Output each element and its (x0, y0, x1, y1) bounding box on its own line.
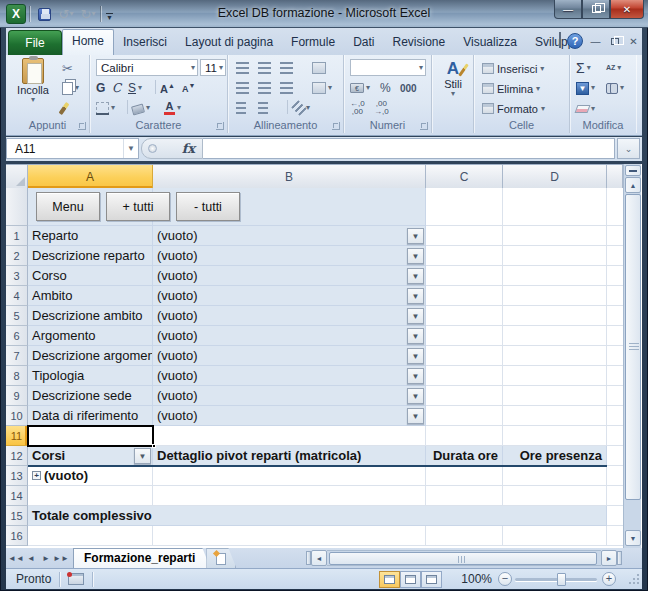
row-header[interactable]: 16 (6, 526, 28, 546)
tab-visualizza[interactable]: Visualizza (454, 30, 526, 55)
scroll-left-button[interactable]: ◄ (311, 550, 327, 566)
normal-view-button[interactable] (379, 571, 400, 588)
title-bar[interactable]: Excel DB formazione - Microsoft Excel X … (0, 0, 648, 28)
close-window-button[interactable]: ✕ (627, 35, 640, 47)
cell[interactable] (426, 326, 503, 346)
cell[interactable] (426, 286, 503, 306)
first-sheet-button[interactable]: ◄◄ (9, 551, 23, 566)
tab-formule[interactable]: Formule (282, 30, 344, 55)
cell[interactable] (607, 326, 623, 346)
field-name-cell[interactable]: Corso (28, 266, 153, 286)
undo-button[interactable]: ↺▾ (57, 5, 75, 23)
filter-dropdown-button[interactable]: ▼ (407, 288, 424, 304)
field-value-cell[interactable]: (vuoto) (153, 306, 426, 326)
dialog-launcher-icon[interactable] (332, 122, 340, 130)
cell[interactable] (607, 466, 623, 486)
column-header-b[interactable]: B (153, 165, 426, 188)
field-name-cell[interactable]: Descrizione sede (28, 386, 153, 406)
decrease-font-button[interactable]: A▼ (182, 79, 195, 97)
scroll-down-button[interactable]: ▼ (625, 530, 641, 546)
increase-indent-button[interactable] (258, 99, 268, 117)
minimize-window-button[interactable]: — (589, 35, 602, 47)
zoom-slider-thumb[interactable] (557, 573, 566, 586)
increase-font-button[interactable]: A▲ (160, 79, 175, 97)
cell[interactable] (426, 306, 503, 326)
cell[interactable] (503, 188, 607, 226)
cell[interactable] (426, 486, 503, 506)
cell[interactable] (503, 346, 607, 366)
filter-dropdown-button[interactable]: ▼ (407, 328, 424, 344)
align-middle-button[interactable] (258, 59, 271, 77)
cell[interactable] (503, 326, 607, 346)
field-name-cell[interactable]: Data di riferimento (28, 406, 153, 426)
cut-button[interactable]: ✂ (62, 59, 73, 77)
align-right-button[interactable] (280, 79, 293, 97)
insert-sheet-button[interactable] (206, 548, 236, 568)
zoom-out-button[interactable]: − (498, 572, 512, 586)
column-header-partial[interactable] (607, 165, 623, 188)
fill-color-button[interactable]: ▾ (132, 99, 150, 117)
row-header[interactable]: 7 (6, 346, 28, 366)
row-header[interactable]: 14 (6, 486, 28, 506)
row-header[interactable]: 10 (6, 406, 28, 426)
delete-cells-button[interactable]: Elimina▾ (482, 80, 540, 97)
cell[interactable] (28, 486, 153, 506)
tab-home[interactable]: Home (62, 29, 114, 55)
row-header[interactable]: 4 (6, 286, 28, 306)
row-header[interactable] (6, 188, 28, 226)
filter-dropdown-button[interactable]: ▼ (407, 248, 424, 264)
column-header-d[interactable]: D (503, 165, 607, 188)
filter-dropdown-button[interactable]: ▼ (407, 408, 424, 424)
row-header[interactable]: 15 (6, 506, 28, 526)
column-header-a[interactable]: A (28, 165, 153, 188)
zoom-slider-track[interactable] (515, 578, 597, 581)
autosum-button[interactable]: Σ▾ (576, 59, 591, 77)
percent-format-button[interactable]: % (380, 79, 391, 97)
next-sheet-button[interactable]: ► (39, 551, 53, 566)
decrease-indent-button[interactable] (236, 99, 246, 117)
styles-button[interactable]: A Stili ▾ (435, 59, 471, 121)
cell[interactable] (503, 266, 607, 286)
paste-button[interactable]: Incolla ▾ (10, 57, 56, 117)
tab-file[interactable]: File (8, 30, 62, 55)
merge-center-button[interactable]: ▾ (312, 79, 332, 97)
field-name-cell[interactable]: Argomento (28, 326, 153, 346)
increase-decimal-button[interactable]: ←,0,00 (350, 99, 365, 117)
field-name-cell[interactable]: Reparto (28, 226, 153, 246)
cell[interactable] (503, 226, 607, 246)
tab-dati[interactable]: Dati (344, 30, 383, 55)
column-header-c[interactable]: C (426, 165, 503, 188)
prev-sheet-button[interactable]: ◄ (24, 551, 38, 566)
cell[interactable] (426, 226, 503, 246)
zoom-in-button[interactable]: + (602, 572, 616, 586)
horizontal-scroll-track[interactable] (327, 550, 601, 566)
dialog-launcher-icon[interactable] (78, 122, 86, 130)
resize-grip[interactable] (627, 573, 640, 586)
align-center-button[interactable] (258, 79, 271, 97)
tab-layout-di-pagina[interactable]: Layout di pagina (176, 30, 282, 55)
pivot-durata-cell[interactable]: Durata ore (426, 446, 503, 466)
scroll-up-button[interactable]: ▲ (625, 177, 641, 193)
dialog-launcher-icon[interactable] (420, 122, 428, 130)
zoom-level[interactable]: 100% (461, 572, 492, 586)
cell[interactable] (153, 466, 426, 486)
cell[interactable] (503, 366, 607, 386)
horizontal-scroll-thumb[interactable] (329, 552, 597, 565)
last-sheet-button[interactable]: ►► (54, 551, 68, 566)
bold-button[interactable]: G (96, 79, 105, 97)
row-header[interactable]: 5 (6, 306, 28, 326)
cell[interactable] (607, 286, 623, 306)
align-top-button[interactable] (236, 59, 249, 77)
scrollbar-split-handle[interactable] (617, 551, 622, 565)
cell[interactable] (607, 306, 623, 326)
scroll-right-button[interactable]: ► (601, 550, 617, 566)
row-header[interactable]: 1 (6, 226, 28, 246)
filter-dropdown-button[interactable]: ▼ (407, 348, 424, 364)
cell[interactable] (153, 426, 426, 446)
insert-cells-button[interactable]: Inserisci▾ (482, 60, 544, 77)
cell[interactable] (426, 246, 503, 266)
cell[interactable] (607, 526, 623, 546)
vertical-scrollbar[interactable]: ▲ ▼ (623, 164, 641, 548)
underline-button[interactable]: S▾ (128, 79, 142, 97)
field-name-cell[interactable]: Descrizione argomento (28, 346, 153, 366)
